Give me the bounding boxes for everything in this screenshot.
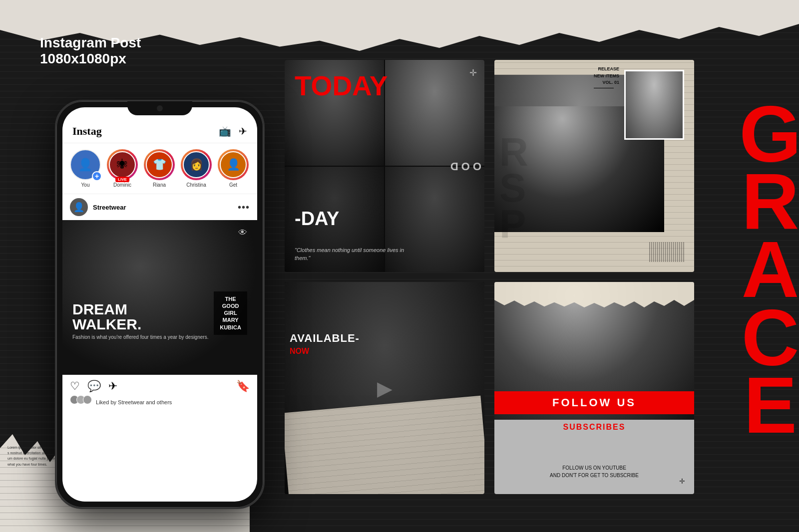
mood-vertical-text: MOOD [447,160,484,173]
post2-label-line3: VOL. 01 [594,79,619,86]
story-ring-get: 👤 [218,149,249,180]
phone-camera [157,105,163,111]
post2-divider [594,88,614,88]
grid-post-2: RELEASE NEW ITEMS VOL. 01 RSP [494,60,694,272]
notification-icon[interactable]: 📺 [219,125,231,137]
subscribes-text: SUBSCRIBES [494,423,694,432]
posts-grid: ✛ TODAY MOOD -DAY "Clothes mean nothing … [285,60,694,494]
title-line2: 1080x1080px [40,51,141,67]
book-overlay: THEGOODGIRLMARYKUBICA [214,291,247,335]
post2-bg-letters: RSP [499,134,528,242]
post3-paper-lines [285,396,484,494]
play-icon-post3[interactable]: ▶ [377,377,393,400]
story-label-christina: Christina [181,182,212,188]
story-item-christina[interactable]: 👩 Christina [181,149,212,188]
grid-post-1: ✛ TODAY MOOD -DAY "Clothes mean nothing … [285,60,484,272]
title-line1: Instagram Post [40,35,141,51]
story-item-get[interactable]: 👤 Get [218,149,249,188]
post1-quote: "Clothes mean nothing until someone live… [295,247,414,262]
post-user-info: 👤 Streetwear [70,198,126,216]
add-story-badge[interactable]: + [92,171,102,181]
post4-background: FOLLOW US SUBSCRIBES FOLLOW US ON YOUTUB… [494,282,694,494]
story-item-riana[interactable]: 👕 Riana [144,149,175,188]
post-user-avatar: 👤 [70,198,88,216]
share-button[interactable]: ✈ [108,380,117,393]
cross-icon-post1: ✛ [469,67,477,78]
grid-post-3: W COLLECTIW COLLECTIW COLLECTIW COLLECTI… [285,282,484,494]
post2-background: RELEASE NEW ITEMS VOL. 01 RSP [494,60,694,272]
send-icon[interactable]: ✈ [239,125,247,137]
story-item-dominic[interactable]: 🕷 LIVE Dominic [107,149,138,188]
story-ring-dominic: 🕷 [107,149,138,180]
bookmark-button[interactable]: 🔖 [236,380,250,393]
stories-row: 👤 + You 🕷 LIVE [62,143,257,194]
story-ring-christina: 👩 [181,149,212,180]
follow-sub-text: FOLLOW US ON YOUTUBEAND DON'T FOR GET TO… [504,464,684,479]
story-item-you[interactable]: 👤 + You [70,149,101,188]
liker-avatar-3 [83,395,92,404]
follow-us-text: FOLLOW US [499,396,689,409]
post3-now-text: NOW [290,347,309,356]
eye-icon: 👁 [238,228,247,238]
phone-notch [127,101,192,115]
grace-letter-e: E [744,371,795,439]
cross-icon-post4: ✛ [679,477,685,485]
liked-avatars [70,395,92,404]
grid-post-4: FOLLOW US SUBSCRIBES FOLLOW US ON YOUTUB… [494,282,694,494]
liked-by-text: Liked by Streetwear and others [62,395,257,408]
post-overlay-text: DREAMWALKER. Fashion is what you're offe… [72,302,208,340]
post-options-button[interactable]: ••• [238,202,250,213]
story-label-dominic: Dominic [107,182,138,188]
phone-outer: Instag 📺 ✈ 👤 + You [55,100,265,509]
story-avatar-christina: 👩 [183,151,210,178]
post-image: 👁 THEGOODGIRLMARYKUBICA DREAMWALKER. Fas… [62,220,257,375]
story-ring-riana: 👕 [144,149,175,180]
story-label-riana: Riana [144,182,175,188]
story-label-get: Get [218,182,249,188]
post-actions: ♡ 💬 ✈ 🔖 [62,375,257,395]
comment-button[interactable]: 💬 [87,380,101,393]
header-icons: 📺 ✈ [219,125,247,137]
action-icons-left: ♡ 💬 ✈ [70,380,117,393]
phone-mockup: Instag 📺 ✈ 👤 + You [55,100,265,509]
phone-screen: Instag 📺 ✈ 👤 + You [62,107,257,502]
post2-label-line1: RELEASE [594,66,619,73]
today-text: TODAY [295,72,388,100]
story-avatar-riana: 👕 [146,151,173,178]
liked-by-label: Liked by Streetwear and others [96,399,172,405]
day-text: -DAY [295,208,339,230]
post3-available-text: AVAILABLE- [290,332,360,345]
instagram-logo: Instag [72,125,102,138]
post3-torn-paper [285,396,484,494]
post3-background: W COLLECTIW COLLECTIW COLLECTIW COLLECTI… [285,282,484,494]
title-area: Instagram Post 1080x1080px [40,35,141,67]
post-main-title: DREAMWALKER. [72,302,208,332]
post2-inset-photo [624,70,684,140]
post-caption: Fashion is what you're offered four time… [72,334,208,340]
story-avatar-get: 👤 [220,151,247,178]
live-badge-dominic: LIVE [115,177,129,182]
post-header: 👤 Streetwear ••• [62,194,257,220]
post1-background: ✛ TODAY MOOD -DAY "Clothes mean nothing … [285,60,484,272]
post2-inset-bg [626,71,683,138]
follow-us-banner: FOLLOW US [494,391,694,414]
post2-release-label: RELEASE NEW ITEMS VOL. 01 [594,66,619,88]
right-vertical-grace: G R A C E [729,25,799,514]
post2-barcode [649,242,684,262]
post2-label-line2: NEW ITEMS [594,73,619,80]
story-label-you: You [70,182,101,188]
book-title: THEGOODGIRLMARYKUBICA [220,295,241,331]
post-username: Streetwear [93,204,126,211]
story-avatar-dominic: 🕷 [109,151,136,178]
like-button[interactable]: ♡ [70,380,80,393]
